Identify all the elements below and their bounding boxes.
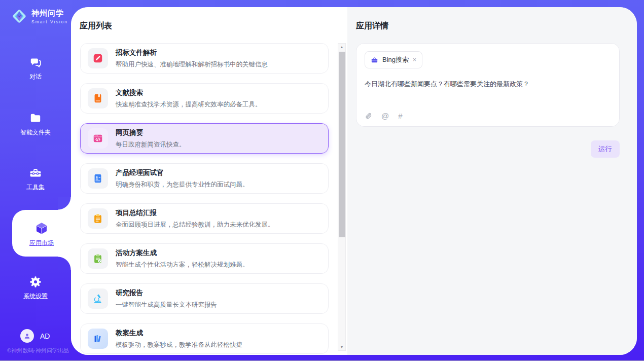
gear-icon <box>29 275 42 288</box>
prompt-input-card[interactable]: Bing搜索 × 今日湖北有哪些新闻要点？有哪些需要关注的最新政策？ @ # <box>356 43 620 127</box>
clipboard-icon <box>88 208 108 229</box>
sidebar-item-settings[interactable]: 系统设置 <box>0 275 71 301</box>
app-card-title: 文献搜索 <box>116 88 262 97</box>
book-icon <box>88 88 108 108</box>
sidebar-item-label: 应用市场 <box>12 239 71 247</box>
app-card-web-summary[interactable]: 网页摘要 每日政府新闻资讯快查。 <box>80 123 329 154</box>
diamond-logo-icon <box>10 7 28 25</box>
app-card-research-report[interactable]: 研究报告 一键智能生成高质量长文本研究报告 <box>80 283 329 314</box>
doc-edit-icon <box>88 48 108 68</box>
run-row: 运行 <box>356 140 620 158</box>
app-card-pm-interviewer[interactable]: 产品经理面试官 明确身份和职责，为您提供专业性的面试问题。 <box>80 163 329 194</box>
avatar <box>20 329 34 343</box>
scroll-down-arrow-icon[interactable]: ▼ <box>338 345 345 349</box>
clipboard-check-icon <box>88 248 108 269</box>
sidebar-item-chat[interactable]: 对话 <box>0 56 71 81</box>
app-card-title: 活动方案生成 <box>116 248 249 258</box>
app-card-lesson-plan[interactable]: 教案生成 模板驱动，教案秒成，教学准备从此轻松快捷 <box>80 323 329 354</box>
app-list-title: 应用列表 <box>80 21 347 31</box>
app-card-title: 研究报告 <box>116 288 217 298</box>
app-window: 神州问学 Smart Vision 对话 智能文件夹 工具集 <box>0 0 644 362</box>
app-card-list: 招标文件解析 帮助用户快速、准确地理解和解析招标书中的关键信息 文献搜索 快速精… <box>80 43 329 355</box>
copyright-text: ©神州数码·神州问学出品 <box>0 347 76 354</box>
tool-tag-label: Bing搜索 <box>382 55 409 64</box>
sidebar-item-label: 智能文件夹 <box>0 128 71 137</box>
app-card-desc: 明确身份和职责，为您提供专业性的面试问题。 <box>116 180 249 189</box>
app-card-title: 产品经理面试官 <box>116 168 249 177</box>
sidebar-item-app-market[interactable]: 应用市场 <box>12 210 71 257</box>
user-avatar-icon <box>23 332 31 340</box>
prompt-text[interactable]: 今日湖北有哪些新闻要点？有哪些需要关注的最新政策？ <box>365 80 611 89</box>
scrollbar-thumb[interactable] <box>339 52 345 237</box>
app-card-desc: 帮助用户快速、准确地理解和解析招标书中的关键信息 <box>116 60 268 69</box>
app-card-desc: 智能生成个性化活动方案，轻松解决规划难题。 <box>116 261 249 269</box>
app-card-desc: 全面回顾项目进展，总结经验教训，助力未来优化发展。 <box>116 221 274 229</box>
sidebar-item-label: 对话 <box>0 73 71 81</box>
app-detail-pane: 应用详情 Bing搜索 × 今日湖北有哪些新闻要点？有哪些需要关注的最新政策？ … <box>347 7 637 355</box>
at-icon[interactable]: @ <box>381 112 389 120</box>
app-card-title: 项目总结汇报 <box>116 208 274 218</box>
user-account[interactable]: AD <box>20 329 50 343</box>
sidebar-item-label: 系统设置 <box>0 292 71 301</box>
chat-icon <box>29 56 42 69</box>
folder-icon <box>29 112 42 125</box>
app-card-desc: 每日政府新闻资讯快查。 <box>116 140 186 149</box>
briefcase-icon <box>371 56 378 64</box>
app-card-literature-search[interactable]: 文献搜索 快速精准查找学术资源，提高研究效率的必备工具。 <box>80 83 329 114</box>
app-card-title: 教案生成 <box>116 329 242 338</box>
app-card-desc: 一键智能生成高质量长文本研究报告 <box>116 301 217 309</box>
app-card-project-summary[interactable]: 项目总结汇报 全面回顾项目进展，总结经验教训，助力未来优化发展。 <box>80 203 329 234</box>
sidebar-item-smart-folders[interactable]: 智能文件夹 <box>0 112 71 137</box>
app-card-title: 招标文件解析 <box>116 48 268 57</box>
run-button[interactable]: 运行 <box>591 140 620 158</box>
tool-tag-close-icon[interactable]: × <box>413 57 416 63</box>
prompt-toolbar: @ # <box>365 112 403 120</box>
sidebar-item-toolset[interactable]: 工具集 <box>0 166 71 192</box>
cube-icon <box>34 221 49 236</box>
app-card-desc: 快速精准查找学术资源，提高研究效率的必备工具。 <box>116 100 262 109</box>
hash-icon[interactable]: # <box>398 112 402 120</box>
brand-subtitle: Smart Vision <box>31 19 68 24</box>
toolbox-icon <box>29 166 42 179</box>
app-detail-title: 应用详情 <box>356 21 620 31</box>
app-card-desc: 模板驱动，教案秒成，教学准备从此轻松快捷 <box>116 341 242 349</box>
app-list-pane: 应用列表 招标文件解析 帮助用户快速、准确地理解和解析招标书中的关键信息 <box>71 7 347 355</box>
tool-tag-bing-search[interactable]: Bing搜索 × <box>365 51 422 68</box>
paperclip-icon[interactable] <box>365 112 372 120</box>
app-card-bid-parse[interactable]: 招标文件解析 帮助用户快速、准确地理解和解析招标书中的关键信息 <box>80 43 329 74</box>
app-card-event-plan[interactable]: 活动方案生成 智能生成个性化活动方案，轻松解决规划难题。 <box>80 243 329 274</box>
brand-title: 神州问学 <box>31 9 68 18</box>
books-icon <box>88 329 108 349</box>
microscope-icon <box>88 288 108 309</box>
user-initials: AD <box>40 332 50 340</box>
sidebar-item-label: 工具集 <box>0 183 71 192</box>
window-bottom-edge <box>0 360 644 361</box>
app-list-scrollbar[interactable]: ▲ ▼ <box>338 43 346 351</box>
web-code-icon <box>88 128 108 149</box>
main-panel: 应用列表 招标文件解析 帮助用户快速、准确地理解和解析招标书中的关键信息 <box>71 7 637 355</box>
scroll-up-arrow-icon[interactable]: ▲ <box>338 45 345 49</box>
app-card-title: 网页摘要 <box>116 128 186 137</box>
brand-logo: 神州问学 Smart Vision <box>10 7 68 25</box>
resume-icon <box>88 168 108 189</box>
